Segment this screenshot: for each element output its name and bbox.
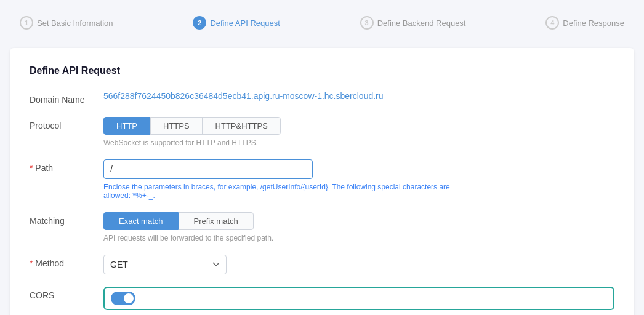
step-2-label: Define API Request [210, 18, 280, 28]
toggle-thumb [124, 293, 134, 303]
method-select[interactable]: GET POST PUT DELETE PATCH HEAD OPTIONS [103, 255, 227, 274]
method-row: Method GET POST PUT DELETE PATCH HEAD OP… [30, 255, 614, 274]
exact-match-button[interactable]: Exact match [103, 212, 179, 230]
step-4: 4 Define Response [545, 16, 624, 30]
protocol-http-https-button[interactable]: HTTP&HTTPS [203, 117, 281, 135]
cors-section: Learn more about CORS. [103, 287, 614, 315]
domain-row: Domain Name 566f288f7624450b826c36484d5e… [30, 91, 614, 105]
stepper: 1 Set Basic Information 2 Define API Req… [10, 10, 634, 36]
protocol-label: Protocol [30, 117, 103, 130]
step-3-circle: 3 [360, 16, 374, 30]
step-4-circle: 4 [545, 16, 559, 30]
toggle-track[interactable] [111, 292, 135, 305]
protocol-buttons: HTTP HTTPS HTTP&HTTPS [103, 117, 614, 135]
protocol-hint: WebSocket is supported for HTTP and HTTP… [103, 138, 614, 147]
domain-label: Domain Name [30, 91, 103, 105]
cors-label: CORS [30, 287, 103, 300]
method-content: GET POST PUT DELETE PATCH HEAD OPTIONS [103, 255, 614, 274]
matching-row: Matching Exact match Prefix match API re… [30, 212, 614, 242]
matching-label: Matching [30, 212, 103, 226]
step-line-2 [288, 23, 353, 23]
method-label: Method [30, 255, 103, 268]
domain-value: 566f288f7624450b826c36484d5ecb41.apig.ru… [103, 87, 384, 101]
card-title: Define API Request [30, 65, 614, 76]
protocol-https-button[interactable]: HTTPS [150, 117, 203, 135]
step-3: 3 Define Backend Request [360, 16, 466, 30]
step-1: 1 Set Basic Information [20, 16, 113, 30]
cors-row: CORS Learn more about CORS. [30, 287, 614, 315]
path-input[interactable] [103, 159, 313, 179]
step-3-label: Define Backend Request [377, 18, 466, 28]
step-1-label: Set Basic Information [37, 18, 113, 28]
cors-content: Learn more about CORS. [103, 287, 614, 315]
cors-toggle-box [103, 287, 614, 310]
path-label: Path [30, 159, 103, 173]
path-hint: Enclose the parameters in braces, for ex… [103, 183, 473, 200]
protocol-row: Protocol HTTP HTTPS HTTP&HTTPS WebSocket… [30, 117, 614, 147]
domain-content: 566f288f7624450b826c36484d5ecb41.apig.ru… [103, 91, 614, 101]
protocol-http-button[interactable]: HTTP [103, 117, 150, 135]
path-content: Enclose the parameters in braces, for ex… [103, 159, 614, 200]
step-4-label: Define Response [563, 18, 624, 28]
cors-toggle[interactable] [111, 292, 135, 305]
protocol-content: HTTP HTTPS HTTP&HTTPS WebSocket is suppo… [103, 117, 614, 147]
define-api-request-card: Define API Request Domain Name 566f288f7… [10, 48, 634, 315]
step-line-3 [473, 23, 538, 23]
path-row: Path Enclose the parameters in braces, f… [30, 159, 614, 200]
match-hint: API requests will be forwarded to the sp… [103, 234, 614, 242]
step-2-circle: 2 [193, 16, 206, 30]
matching-content: Exact match Prefix match API requests wi… [103, 212, 614, 242]
step-line-1 [121, 23, 186, 23]
step-2: 2 Define API Request [193, 16, 280, 30]
method-select-wrapper: GET POST PUT DELETE PATCH HEAD OPTIONS [103, 255, 227, 274]
match-buttons: Exact match Prefix match [103, 212, 614, 230]
step-1-circle: 1 [20, 16, 33, 30]
page-container: 1 Set Basic Information 2 Define API Req… [0, 0, 644, 315]
prefix-match-button[interactable]: Prefix match [179, 212, 254, 230]
